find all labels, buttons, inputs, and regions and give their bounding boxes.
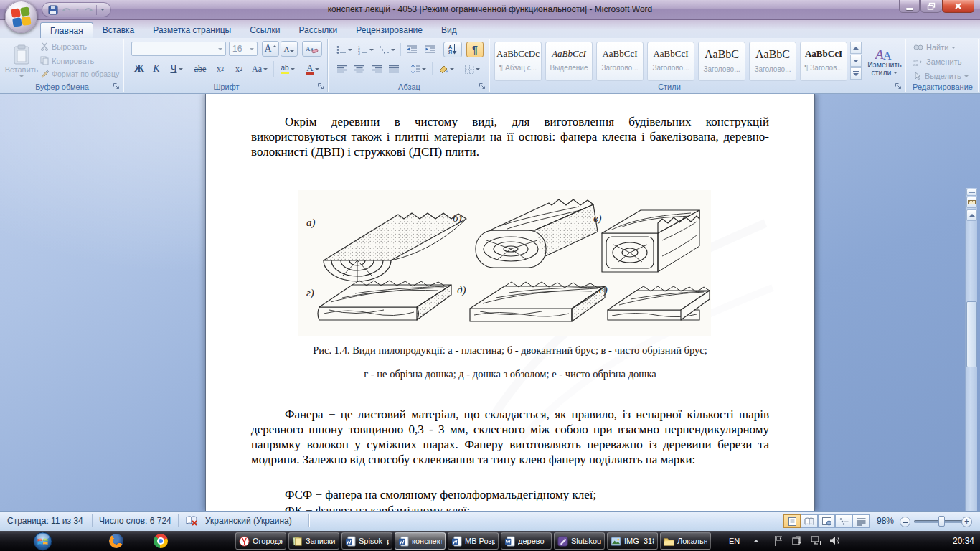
web-layout-view-button[interactable] (818, 514, 835, 528)
tab-view[interactable]: Вид (432, 22, 466, 38)
shading-button[interactable] (435, 61, 458, 77)
taskbar-button[interactable]: IMG_3182 - ... (607, 532, 658, 550)
figure[interactable]: а) б) в) г) д) е) (298, 190, 711, 336)
page-indicator[interactable]: Страница: 11 из 34 (7, 516, 83, 526)
vertical-scrollbar[interactable] (965, 188, 977, 511)
align-right-button[interactable] (369, 61, 385, 77)
align-left-button[interactable] (334, 61, 350, 77)
borders-button[interactable] (461, 61, 484, 77)
zoom-level[interactable]: 98% (877, 516, 894, 526)
select-button[interactable]: Выделить (913, 72, 969, 80)
change-case-button[interactable]: Aa (249, 61, 270, 77)
print-layout-view-button[interactable] (783, 514, 801, 528)
taskbar-button[interactable]: Slutskoukh... (554, 532, 605, 550)
clock[interactable]: 20:34 (953, 536, 974, 546)
restore-button[interactable] (920, 0, 941, 13)
paragraph-dialog-launcher-icon[interactable] (479, 83, 486, 90)
change-styles-button[interactable]: A A Изменить стили (866, 41, 903, 83)
document-area[interactable]: Окрім деревини в чистому виді, для вигот… (0, 94, 980, 511)
numbering-button[interactable]: 123 (356, 42, 376, 57)
show-marks-button[interactable]: ¶ (466, 42, 484, 57)
font-name-combobox[interactable] (131, 42, 226, 56)
tab-references[interactable]: Ссылки (240, 22, 289, 38)
font-size-combobox[interactable]: 16 (229, 42, 258, 56)
tab-home[interactable]: Главная (40, 22, 93, 38)
save-icon[interactable] (48, 5, 58, 15)
style-card[interactable]: AaBbCcI¶ Заголов... (800, 42, 847, 81)
subscript-button[interactable]: x2 (212, 61, 229, 77)
ruler-toggle-button[interactable] (966, 197, 977, 208)
start-button[interactable] (33, 532, 52, 551)
clipboard-dialog-launcher-icon[interactable] (113, 83, 121, 90)
tab-mailings[interactable]: Рассылки (289, 22, 347, 38)
bullets-button[interactable] (334, 42, 354, 57)
split-handle[interactable] (966, 189, 977, 196)
decrease-indent-button[interactable] (403, 42, 420, 57)
minimize-button[interactable] (899, 0, 920, 13)
style-card[interactable]: AaBbCcIЗаголово... (596, 42, 644, 81)
proofing-status-icon[interactable] (185, 515, 198, 527)
firefox-icon[interactable] (109, 534, 123, 548)
fullscreen-reading-view-button[interactable] (801, 514, 818, 528)
volume-icon[interactable] (829, 535, 840, 546)
zoom-slider-thumb[interactable] (938, 516, 945, 527)
align-center-button[interactable] (352, 61, 367, 77)
clear-formatting-button[interactable]: Aa (302, 41, 322, 57)
shrink-font-button[interactable]: A (281, 41, 298, 57)
tray-expand-icon[interactable] (753, 540, 759, 542)
copy-button[interactable]: Копировать (40, 56, 94, 65)
scrollbar-thumb[interactable] (966, 301, 977, 367)
multilevel-list-button[interactable] (377, 42, 397, 57)
word-count[interactable]: Число слов: 6 724 (99, 516, 171, 526)
taskbar-button[interactable]: Локальны... (660, 532, 711, 550)
zoom-out-button[interactable] (900, 517, 910, 527)
strikethrough-button[interactable]: abe (190, 61, 210, 77)
draft-view-button[interactable] (852, 514, 870, 528)
office-button[interactable] (5, 1, 37, 33)
format-painter-button[interactable]: Формат по образцу (40, 70, 119, 78)
underline-button[interactable]: Ч (166, 61, 187, 77)
style-card[interactable]: AaBbCЗаголово... (698, 42, 745, 81)
superscript-button[interactable]: x2 (230, 61, 248, 77)
style-card[interactable]: AaBbCcIВыделение (545, 42, 593, 81)
tab-review[interactable]: Рецензирование (347, 22, 432, 38)
styles-dialog-launcher-icon[interactable] (895, 83, 903, 90)
justify-button[interactable] (386, 61, 402, 77)
close-button[interactable] (942, 0, 974, 13)
increase-indent-button[interactable] (422, 42, 439, 57)
tab-page-layout[interactable]: Разметка страницы (143, 22, 240, 38)
tab-insert[interactable]: Вставка (93, 22, 144, 38)
taskbar-button[interactable]: Записки (288, 532, 339, 550)
undo-dropdown-icon[interactable] (75, 9, 80, 11)
font-color-button[interactable]: A (302, 61, 324, 77)
zoom-in-button[interactable]: + (961, 517, 972, 527)
network-icon[interactable] (811, 535, 822, 546)
highlight-color-button[interactable]: ab (276, 61, 299, 77)
document-page[interactable]: Окрім деревини в чистому виді, для вигот… (206, 94, 814, 511)
language-indicator[interactable]: Украинский (Украина) (205, 516, 292, 526)
language-switcher[interactable]: EN (729, 537, 740, 545)
style-card[interactable]: AaBbCcIЗаголово... (647, 42, 694, 81)
taskbar-button[interactable]: Spisok_pita... (341, 532, 392, 550)
bold-button[interactable]: Ж (131, 61, 147, 77)
replace-button[interactable]: abac Заменить (913, 57, 961, 66)
undo-icon[interactable] (62, 6, 72, 14)
styles-scroll-up-button[interactable] (850, 42, 862, 54)
action-center-flag-icon[interactable] (773, 535, 783, 547)
style-card[interactable]: AaBbCЗаголово... (749, 42, 796, 81)
updates-icon[interactable] (792, 535, 803, 546)
taskbar-button[interactable]: дерево - М... (501, 532, 552, 550)
qat-customize-icon[interactable] (100, 9, 105, 11)
styles-gallery-more-button[interactable] (850, 67, 862, 80)
taskbar-button-active[interactable]: конспект л... (395, 532, 446, 550)
taskbar-button[interactable]: Огороджу... (235, 532, 286, 550)
grow-font-button[interactable]: A (262, 41, 279, 57)
sort-button[interactable]: АЯ (443, 42, 462, 57)
find-button[interactable]: Найти (913, 43, 956, 52)
style-card[interactable]: AaBbCcDc¶ Абзац с... (494, 42, 542, 81)
scroll-up-button[interactable] (966, 209, 977, 221)
paste-button[interactable]: Вставить (6, 41, 37, 81)
taskbar-button[interactable]: МВ Розрах... (448, 532, 499, 550)
font-dialog-launcher-icon[interactable] (317, 83, 325, 90)
cut-button[interactable]: Вырезать (40, 42, 87, 51)
